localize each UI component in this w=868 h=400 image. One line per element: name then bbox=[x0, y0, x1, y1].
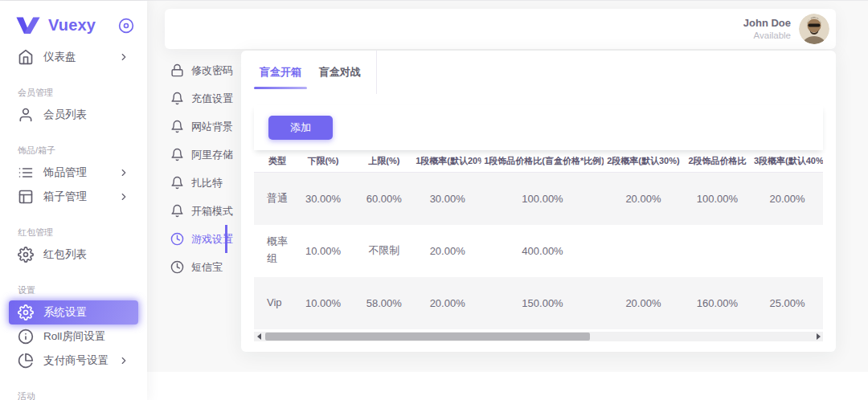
table-wrap: 类型下限(%)上限(%)1段概率(默认20%)1段饰品价格比(盲盒价格*比例)2… bbox=[254, 150, 823, 329]
row-value-cell bbox=[751, 225, 823, 277]
row-value-cell: 160.00% bbox=[683, 277, 751, 329]
sidebar-item-label: 箱子管理 bbox=[43, 190, 87, 204]
settings-menu-item-label: 扎比特 bbox=[191, 176, 223, 190]
top-header-bar: John Doe Available bbox=[165, 9, 836, 49]
tabs-row: 盲盒开箱盲盒对战 bbox=[241, 51, 836, 94]
row-value-cell bbox=[683, 225, 751, 277]
sidebar-item-roll-room-settings[interactable]: Roll房间设置 bbox=[9, 324, 138, 349]
add-button[interactable]: 添加 bbox=[268, 116, 333, 140]
row-value-cell: 10.00% bbox=[292, 225, 355, 277]
row-value-cell: 58.00% bbox=[354, 277, 413, 329]
main-area: John Doe Available bbox=[147, 1, 868, 372]
user-avatar[interactable] bbox=[799, 14, 829, 44]
row-type-cell: 普通 bbox=[254, 173, 292, 225]
settings-menu-item-zhabite[interactable]: 扎比特 bbox=[147, 169, 227, 197]
list-icon bbox=[18, 165, 34, 181]
tab-blindbox-open[interactable]: 盲盒开箱 bbox=[254, 51, 307, 94]
scrollbar-track[interactable] bbox=[264, 332, 813, 341]
info-icon bbox=[18, 329, 34, 345]
tab-blindbox-battle[interactable]: 盲盒对战 bbox=[313, 51, 366, 94]
sidebar-item-system-settings[interactable]: 系统设置 bbox=[9, 300, 138, 324]
row-value-cell: 20.00% bbox=[413, 277, 481, 329]
table-column-header: 上限(%) bbox=[354, 150, 413, 173]
sidebar-section-label: 会员管理 bbox=[18, 87, 147, 98]
sidebar-item-redpacket-list[interactable]: 红包列表 bbox=[9, 243, 138, 267]
table-column-header: 下限(%) bbox=[292, 150, 355, 173]
row-value-cell: 30.00% bbox=[413, 173, 481, 225]
table-column-header: 2段概率(默认30%) bbox=[604, 150, 683, 173]
sidebar-item-member-list[interactable]: 会员列表 bbox=[9, 103, 138, 127]
clock-icon bbox=[170, 260, 184, 274]
sidebar-item-label: Roll房间设置 bbox=[43, 329, 105, 344]
sidebar-item-label: 会员列表 bbox=[43, 108, 87, 122]
settings-menu-item-sms-bao[interactable]: 短信宝 bbox=[147, 253, 227, 281]
row-value-cell: 20.00% bbox=[751, 173, 823, 225]
sidebar-section-label: 活动 bbox=[18, 390, 147, 400]
settings-menu-item-site-background[interactable]: 网站背景 bbox=[147, 112, 227, 141]
brand-name: Vuexy bbox=[48, 16, 96, 35]
bell-icon bbox=[170, 120, 184, 133]
bell-icon bbox=[170, 92, 184, 105]
bell-icon bbox=[170, 204, 184, 218]
pie-chart-icon bbox=[18, 353, 34, 369]
row-value-cell: 20.00% bbox=[413, 225, 481, 277]
layout-icon bbox=[18, 189, 34, 205]
scrollbar-thumb[interactable] bbox=[265, 333, 590, 341]
sidebar-item-payment-merchant-settings[interactable]: 支付商号设置 bbox=[9, 349, 138, 373]
horizontal-scrollbar bbox=[254, 332, 823, 341]
sidebar-item-label: 仪表盘 bbox=[43, 50, 76, 64]
table-header-row: 类型下限(%)上限(%)1段概率(默认20%)1段饰品价格比(盲盒价格*比例)2… bbox=[254, 150, 823, 173]
probability-table: 类型下限(%)上限(%)1段概率(默认20%)1段饰品价格比(盲盒价格*比例)2… bbox=[254, 150, 823, 329]
settings-menu-item-unbox-mode[interactable]: 开箱模式 bbox=[147, 197, 227, 225]
row-type-cell: 概率组 bbox=[254, 225, 292, 277]
chevron-right-icon bbox=[118, 167, 129, 178]
sidebar-item-label: 支付商号设置 bbox=[43, 353, 108, 368]
logo-row: Vuexy bbox=[0, 1, 147, 45]
lock-icon bbox=[170, 63, 184, 77]
sidebar-item-label: 红包列表 bbox=[43, 247, 87, 262]
sidebar-section-label: 红包管理 bbox=[18, 227, 147, 238]
sidebar-item-label: 饰品管理 bbox=[43, 165, 87, 180]
settings-menu-item-label: 修改密码 bbox=[191, 63, 233, 78]
chevron-right-icon bbox=[118, 355, 129, 366]
row-type-cell: Vip bbox=[254, 277, 292, 329]
table-row: Vip10.00%58.00%20.00%150.00%20.00%160.00… bbox=[254, 277, 823, 329]
settings-menu-item-ali-storage[interactable]: 阿里存储 bbox=[147, 141, 227, 169]
row-value-cell: 10.00% bbox=[292, 277, 355, 329]
settings-menu-item-recharge-settings[interactable]: 充值设置 bbox=[147, 84, 227, 112]
settings-menu-item-label: 阿里存储 bbox=[191, 148, 233, 162]
bell-icon bbox=[170, 176, 184, 190]
row-value-cell: 30.00% bbox=[292, 173, 355, 225]
chevron-right-icon bbox=[118, 191, 129, 202]
sidebar-item-dashboard[interactable]: 仪表盘 bbox=[9, 45, 138, 69]
sidebar-section-label: 设置 bbox=[18, 284, 147, 296]
gear-icon bbox=[18, 247, 34, 263]
sidebar-item-label: 系统设置 bbox=[43, 305, 87, 320]
home-icon bbox=[18, 49, 34, 65]
table-column-header: 1段饰品价格比(盲盒价格*比例) bbox=[481, 150, 604, 173]
table-column-header: 类型 bbox=[254, 150, 292, 173]
settings-menu-item-game-settings[interactable]: 游戏设置 bbox=[147, 225, 227, 253]
sidebar-section-label: 饰品/箱子 bbox=[18, 145, 147, 156]
body-row: 修改密码充值设置网站背景阿里存储扎比特开箱模式游戏设置短信宝 盲盒开箱盲盒对战 … bbox=[147, 51, 868, 352]
table-column-header: 1段概率(默认20%) bbox=[413, 150, 481, 173]
settings-menu-item-label: 网站背景 bbox=[191, 120, 233, 134]
sidebar-collapse-disc-icon[interactable] bbox=[118, 18, 134, 34]
settings-menu-item-change-password[interactable]: 修改密码 bbox=[147, 56, 227, 84]
sidebar-item-accessory-management[interactable]: 饰品管理 bbox=[9, 161, 138, 185]
sidebar-item-box-management[interactable]: 箱子管理 bbox=[9, 185, 138, 209]
table-row: 概率组10.00%不限制20.00%400.00% bbox=[254, 225, 823, 277]
table-column-header: 2段饰品价格比 bbox=[683, 150, 751, 173]
table-row: 普通30.00%60.00%30.00%100.00%20.00%100.00%… bbox=[254, 173, 823, 225]
main-sidebar: Vuexy 仪表盘会员管理会员列表饰品/箱子饰品管理箱子管理红包管理红包列表设置… bbox=[0, 1, 147, 400]
scroll-left-arrow-icon[interactable] bbox=[254, 332, 264, 341]
scroll-right-arrow-icon[interactable] bbox=[813, 332, 823, 341]
row-value-cell: 20.00% bbox=[604, 173, 683, 225]
settings-menu-item-label: 短信宝 bbox=[191, 260, 223, 275]
settings-menu-item-label: 充值设置 bbox=[191, 92, 233, 106]
settings-menu-item-label: 游戏设置 bbox=[191, 232, 233, 247]
settings-menu-item-label: 开箱模式 bbox=[191, 204, 233, 218]
row-value-cell: 100.00% bbox=[683, 173, 751, 225]
chevron-right-icon bbox=[118, 51, 129, 63]
row-value-cell: 20.00% bbox=[604, 277, 683, 329]
